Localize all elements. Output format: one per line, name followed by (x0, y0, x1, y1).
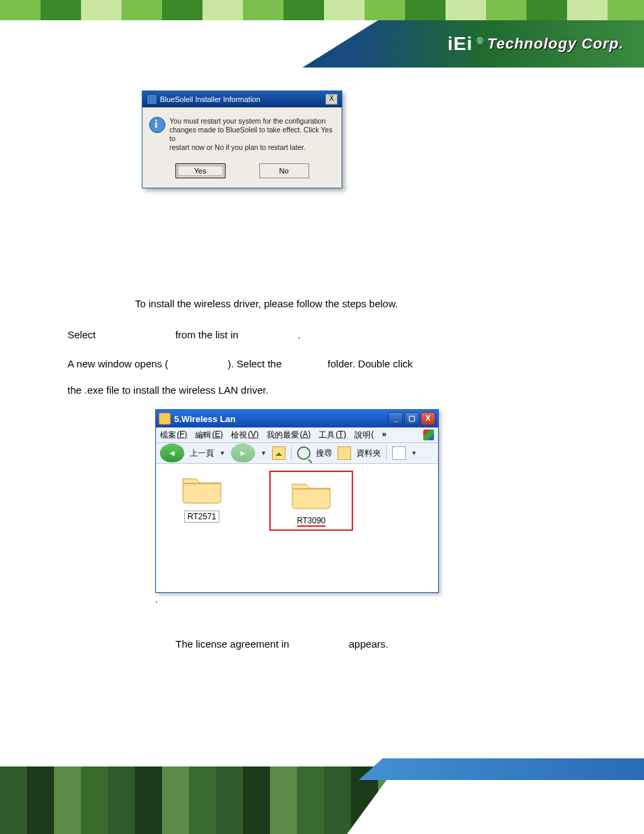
explorer-menubar: 檔案(F) 編輯(E) 檢視(V) 我的最愛(A) 工具(T) 說明( » (156, 427, 438, 443)
step-3: The license agreement in appears. (176, 638, 617, 650)
up-folder-button[interactable] (272, 446, 286, 460)
dialog-title-text: BlueSoleil Installer Information (160, 95, 261, 103)
menu-file[interactable]: 檔案(F) (160, 429, 187, 441)
folder-icon (290, 476, 333, 510)
dialog-msg-line2: changes made to BlueSoleil to take effec… (169, 126, 335, 143)
header-banner: iEi ® Technology Corp. (0, 20, 644, 68)
forward-dropdown-icon[interactable]: ▼ (261, 450, 267, 457)
dialog-close-button[interactable]: X (325, 94, 338, 105)
brand-registered: ® (477, 36, 483, 46)
step2-b: ). Select the (227, 358, 281, 369)
explorer-toolbar: ◄ 上一頁 ▼ ► ▼ 搜尋 資料夾 ▼ (156, 443, 438, 464)
step-2: A new window opens ( ). Select the folde… (68, 358, 506, 369)
menu-overflow[interactable]: » (382, 429, 387, 441)
folders-button[interactable] (338, 446, 351, 460)
folder-label: RT3090 (297, 516, 325, 527)
figure-dot: . (155, 593, 617, 604)
brand-logo: iEi (448, 33, 473, 55)
step3-a: The license agreement in (176, 638, 289, 650)
intro-text: To install the wireless driver, please f… (135, 296, 617, 312)
back-button[interactable]: ◄ (160, 444, 184, 463)
folder-icon (180, 471, 223, 504)
installer-icon (146, 94, 157, 105)
menu-tools[interactable]: 工具(T) (319, 429, 346, 441)
window-maximize-button[interactable]: ▢ (404, 412, 419, 425)
step1-dot: . (298, 329, 300, 340)
step2-a: A new window opens ( (68, 358, 168, 369)
yes-button[interactable]: Yes (176, 163, 225, 178)
step2-d: the .exe file to install the wireless LA… (68, 384, 617, 396)
folder-icon (159, 413, 171, 425)
windows-flag-icon (423, 429, 434, 440)
dialog-msg-line3: restart now or No if you plan to restart… (169, 143, 335, 152)
window-minimize-button[interactable]: _ (388, 412, 403, 425)
window-close-button[interactable]: X (421, 412, 435, 425)
explorer-body: RT2571 RT3090 (156, 464, 438, 592)
folders-label: 資料夾 (356, 448, 381, 459)
step2-c: folder. Double click (327, 358, 412, 369)
no-button[interactable]: No (259, 163, 309, 178)
step1-from: from the list in (176, 329, 238, 340)
back-label: 上一頁 (190, 448, 214, 459)
footer-decoration (0, 753, 644, 834)
menu-edit[interactable]: 編輯(E) (195, 429, 223, 441)
dialog-body: You must restart your system for the con… (142, 107, 342, 157)
menu-view[interactable]: 檢視(V) (231, 429, 259, 441)
menu-help[interactable]: 說明( (354, 429, 374, 441)
explorer-window: 5.Wireless Lan _ ▢ X 檔案(F) 編輯(E) 檢視(V) 我… (155, 409, 439, 593)
step1-select: Select (68, 329, 96, 340)
folder-item-rt3090[interactable]: RT3090 (269, 471, 353, 531)
back-dropdown-icon[interactable]: ▼ (219, 450, 225, 457)
folder-label: RT2571 (184, 511, 219, 523)
explorer-title-text: 5.Wireless Lan (174, 414, 236, 424)
search-icon[interactable] (297, 446, 311, 460)
step3-b: appears. (349, 638, 388, 650)
folder-item-rt2571[interactable]: RT2571 (168, 471, 236, 523)
forward-button[interactable]: ► (231, 444, 255, 463)
dialog-msg-line1: You must restart your system for the con… (169, 117, 335, 126)
decoration-top-strip (0, 0, 644, 20)
menu-favorites[interactable]: 我的最愛(A) (267, 429, 311, 441)
installer-dialog: BlueSoleil Installer Information X You m… (142, 90, 342, 188)
views-dropdown-icon[interactable]: ▼ (411, 450, 417, 457)
search-label: 搜尋 (316, 448, 332, 459)
dialog-titlebar: BlueSoleil Installer Information X (142, 91, 342, 107)
step-1: Select from the list in . (68, 329, 506, 340)
views-button[interactable] (392, 446, 406, 460)
brand-name: Technology Corp. (487, 35, 624, 53)
explorer-titlebar: 5.Wireless Lan _ ▢ X (156, 410, 438, 427)
